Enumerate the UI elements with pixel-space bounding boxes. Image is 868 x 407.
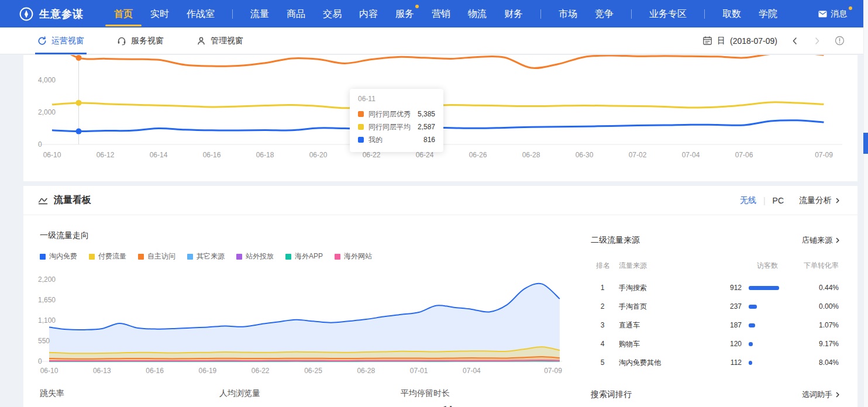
legend-marker (187, 254, 193, 260)
nav-item-home[interactable]: 首页 (114, 0, 133, 27)
traffic-board-title: 流量看板 (54, 194, 91, 206)
rank-cell: 3 (591, 321, 614, 329)
visitors-cell: 912 (680, 284, 742, 292)
word-helper-link[interactable]: 选词助手 (802, 389, 841, 400)
svg-text:06-30: 06-30 (576, 151, 594, 159)
legend-marker (236, 254, 242, 260)
svg-text:07-09: 07-09 (544, 367, 562, 375)
nav-item-finance[interactable]: 财务 (504, 0, 523, 27)
conversion-cell: 8.04% (778, 358, 839, 367)
legend-marker (285, 254, 291, 260)
legend-item[interactable]: 其它来源 (187, 251, 225, 261)
legend-marker (138, 254, 144, 260)
info-icon[interactable] (835, 36, 845, 46)
legend-item[interactable]: 海外APP (285, 251, 323, 261)
brand-name[interactable]: 生意参谋 (39, 7, 84, 21)
scrollbar-thumb[interactable] (863, 133, 868, 154)
tab-label: 服务视窗 (131, 36, 164, 46)
tooltip-row: 我的816 (358, 133, 435, 146)
nav-item-trade[interactable]: 交易 (323, 0, 342, 27)
source-cell: 手淘首页 (614, 302, 680, 312)
conversion-cell: 0.00% (778, 302, 839, 311)
tab-management-view[interactable]: 管理视窗 (197, 27, 243, 54)
series-marker (358, 111, 364, 117)
stat-bounce-rate: 跳失率59.73% (40, 388, 93, 407)
legend-label: 淘内免费 (49, 251, 77, 261)
nav-item-business-zone[interactable]: 业务专区 (649, 0, 687, 27)
svg-text:06-19: 06-19 (199, 367, 217, 375)
table-row[interactable]: 5淘内免费其他1128.04% (591, 353, 841, 372)
message-icon (818, 11, 827, 18)
board-header-controls: 无线 | PC 流量分析 (740, 195, 841, 206)
legend-item[interactable]: 淘内免费 (40, 251, 77, 261)
svg-text:07-06: 07-06 (735, 151, 753, 159)
nav-item-traffic[interactable]: 流量 (250, 0, 269, 27)
tooltip-series-value: 816 (423, 136, 435, 144)
table-row[interactable]: 2手淘首页2370.00% (591, 297, 841, 316)
nav-divider (704, 9, 705, 19)
notification-dot (849, 6, 852, 10)
nav-item-content[interactable]: 内容 (359, 0, 378, 27)
tooltip-title: 06-11 (358, 95, 435, 103)
legend-item[interactable]: 付费流量 (89, 251, 126, 261)
table-row[interactable]: 3直通车1871.07% (591, 316, 841, 334)
primary-area-chart[interactable]: 05501,1001,6502,20006-1006-1306-1606-190… (23, 268, 585, 385)
nav-item-market[interactable]: 市场 (559, 0, 577, 27)
svg-text:4,000: 4,000 (38, 76, 56, 84)
nav-divider (631, 9, 632, 19)
nav-message[interactable]: 消息 (818, 9, 847, 19)
visitors-bar (749, 323, 755, 327)
conversion-cell: 0.44% (778, 284, 839, 292)
chevron-right-icon[interactable] (812, 36, 822, 46)
rank-cell: 2 (591, 302, 614, 311)
table-row[interactable]: 4购物车1209.17% (591, 334, 841, 353)
nav-item-data-extract[interactable]: 取数 (722, 0, 741, 27)
legend-item[interactable]: 海外网站 (335, 251, 372, 261)
tab-operation-view[interactable]: 运营视窗 (37, 27, 84, 54)
svg-text:07-04: 07-04 (682, 151, 700, 159)
traffic-board-header: 流量看板 无线 | PC 流量分析 (23, 186, 857, 215)
table-row[interactable]: 1手淘搜索9120.44% (591, 278, 841, 297)
nav-item-competition[interactable]: 竞争 (595, 0, 614, 27)
svg-text:06-10: 06-10 (40, 367, 58, 375)
nav-item-marketing[interactable]: 营销 (432, 0, 450, 27)
nav-item-logistics[interactable]: 物流 (468, 0, 487, 27)
tooltip-row: 同行同层平均2,587 (358, 120, 435, 133)
view-tabs: 运营视窗服务视窗管理视窗 (37, 27, 243, 54)
legend-item[interactable]: 站外投放 (236, 251, 274, 261)
nav-item-service[interactable]: 服务 (395, 0, 414, 27)
svg-text:06-24: 06-24 (416, 151, 434, 159)
nav-item-product[interactable]: 商品 (287, 0, 305, 27)
trend-icon (38, 196, 48, 205)
stat-value: 59.73% (40, 403, 93, 407)
shop-source-label: 店铺来源 (802, 235, 832, 246)
column-header: 访客数 (680, 261, 778, 271)
stat-value: 17.48秒 (401, 403, 456, 407)
visitors-bar-cell (742, 302, 778, 311)
toggle-wireless[interactable]: 无线 (740, 195, 756, 206)
brand[interactable]: 生意参谋 (19, 6, 84, 22)
area-chart-legend: 淘内免费付费流量自主访问其它来源站外投放海外APP海外网站 (40, 251, 372, 261)
nav-item-war-room[interactable]: 作战室 (187, 0, 215, 27)
stat-label: 人均浏览量 (219, 388, 260, 399)
date-mode: 日 (717, 36, 725, 46)
svg-text:2,200: 2,200 (38, 275, 56, 284)
nav-item-academy[interactable]: 学院 (759, 0, 777, 27)
chevron-left-icon[interactable] (790, 36, 800, 46)
svg-text:06-26: 06-26 (469, 151, 487, 159)
toggle-pc[interactable]: PC (773, 196, 784, 205)
visitors-bar (749, 305, 757, 309)
person-icon (197, 36, 206, 46)
legend-label: 海外网站 (344, 251, 372, 261)
tab-label: 管理视窗 (211, 36, 243, 46)
legend-item[interactable]: 自主访问 (138, 251, 175, 261)
svg-text:06-22: 06-22 (363, 151, 381, 159)
date-picker[interactable]: 日 (2018-07-09) (702, 36, 777, 46)
tab-service-view[interactable]: 服务视窗 (117, 27, 164, 54)
series-marker (358, 137, 364, 143)
shop-source-link[interactable]: 店铺来源 (802, 235, 841, 246)
visitors-bar (749, 342, 753, 346)
nav-item-realtime[interactable]: 实时 (150, 0, 169, 27)
page-scrollbar[interactable] (863, 0, 868, 407)
traffic-analysis-link[interactable]: 流量分析 (799, 195, 841, 206)
